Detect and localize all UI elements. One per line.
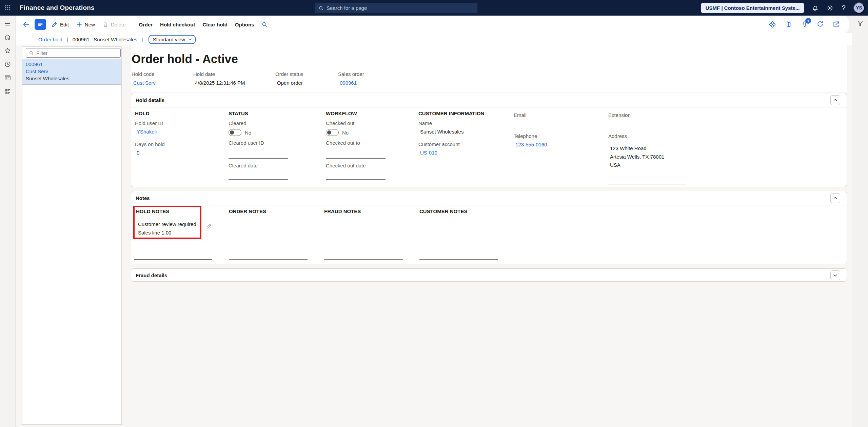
help-icon[interactable]: ? xyxy=(842,4,846,12)
hold-user-id-value[interactable]: YShakeli xyxy=(135,129,193,137)
cleared-user-id-field[interactable] xyxy=(229,148,288,159)
workspaces-icon[interactable] xyxy=(3,73,13,82)
delete-label: Delete xyxy=(111,22,125,27)
new-button[interactable]: New xyxy=(76,21,95,27)
open-in-new-icon[interactable] xyxy=(832,21,840,28)
expand-fraud-details-button[interactable] xyxy=(830,270,840,280)
email-field[interactable] xyxy=(514,120,576,129)
attachment-count-badge: 1 xyxy=(805,18,811,24)
fraud-notes-input-underline[interactable] xyxy=(324,259,403,260)
notes-title: Notes xyxy=(136,195,150,201)
edit-note-pencil-icon[interactable] xyxy=(206,223,212,230)
extension-field[interactable] xyxy=(608,120,646,129)
fraud-notes-column: FRAUD NOTES xyxy=(324,208,361,214)
days-on-hold-label: Days on hold xyxy=(135,141,193,147)
chevron-down-icon xyxy=(188,37,192,42)
status-group: STATUS Cleared No Cleared user ID Cleare… xyxy=(229,110,288,180)
checked-out-toggle[interactable] xyxy=(326,129,339,136)
plus-icon xyxy=(76,21,82,27)
menu-hold-checkout[interactable]: Hold checkout xyxy=(160,22,195,27)
record-actions: Edit New Delete xyxy=(52,21,125,27)
menu-order[interactable]: Order xyxy=(139,22,153,27)
office-apps-icon[interactable] xyxy=(785,21,792,28)
hamburger-icon[interactable] xyxy=(3,19,13,28)
list-item-customer: Sunset Wholesales xyxy=(26,75,118,82)
checked-out-toggle-row: No xyxy=(326,129,386,136)
trash-icon xyxy=(102,21,108,27)
hold-user-id-label: Hold user ID xyxy=(135,120,193,126)
checked-out-to-field[interactable] xyxy=(326,148,386,159)
checked-out-to-label: Checked out to xyxy=(326,140,386,146)
contact-group: Email Telephone 123-555-0160 xyxy=(514,110,576,150)
order-hold-form: Order hold - Active Hold code Cust Serv … xyxy=(131,45,847,282)
order-notes-column: ORDER NOTES xyxy=(229,208,266,214)
address-line-3: USA xyxy=(610,161,686,169)
gear-icon[interactable] xyxy=(827,4,834,12)
clock-icon[interactable] xyxy=(3,59,13,69)
hold-notes-text[interactable]: Customer review required. Sales line 1.0… xyxy=(138,220,198,237)
hold-notes-header: HOLD NOTES xyxy=(136,208,198,214)
star-icon[interactable] xyxy=(3,46,13,55)
back-arrow-icon[interactable] xyxy=(22,21,30,28)
cleared-date-field[interactable] xyxy=(229,171,288,180)
toolbar-search-icon[interactable] xyxy=(261,21,268,28)
hold-date-value[interactable]: 4/8/2025 12:31:46 PM xyxy=(193,80,267,88)
delete-button[interactable]: Delete xyxy=(102,21,125,27)
form-header: Order hold - Active Hold code Cust Serv … xyxy=(131,45,847,92)
modules-icon[interactable] xyxy=(3,86,13,96)
breadcrumb: Order hold | 000961 : Sunset Wholesales … xyxy=(16,33,852,45)
hold-code-field: Hold code Cust Serv xyxy=(132,71,189,88)
global-search-input[interactable] xyxy=(327,5,474,11)
collapse-hold-details-button[interactable] xyxy=(830,95,840,105)
hold-code-value[interactable]: Cust Serv xyxy=(132,80,189,88)
email-label: Email xyxy=(514,112,576,118)
refresh-icon[interactable] xyxy=(816,21,824,28)
breadcrumb-page-link[interactable]: Order hold xyxy=(38,37,62,42)
section-divider xyxy=(131,107,847,107)
cleared-date-label: Cleared date xyxy=(229,163,288,168)
order-status-field: Order status Open order xyxy=(275,71,331,88)
app-title: Finance and Operations xyxy=(20,4,95,12)
checked-out-date-field[interactable] xyxy=(326,171,386,180)
app-shell: Edit New Delete Order Hold checkout Cl xyxy=(0,16,868,427)
right-rail xyxy=(852,16,868,427)
telephone-value[interactable]: 123-555-0160 xyxy=(514,142,571,150)
notes-section: Notes HOLD NOTES Customer review require… xyxy=(131,191,847,264)
page-title: Order hold - Active xyxy=(132,52,841,66)
order-status-value[interactable]: Open order xyxy=(275,80,331,88)
paperclip-icon[interactable]: 1 xyxy=(801,21,808,28)
power-apps-icon[interactable] xyxy=(769,21,776,28)
environment-picker[interactable]: USMF | Contoso Entertainment Syste... xyxy=(701,3,804,13)
sales-order-field: Sales order 000961 xyxy=(338,71,394,88)
bell-icon[interactable] xyxy=(812,4,819,12)
waffle-icon[interactable] xyxy=(0,0,16,16)
cleared-user-id-label: Cleared user ID xyxy=(229,140,288,146)
fraud-notes-header: FRAUD NOTES xyxy=(324,208,361,214)
home-icon[interactable] xyxy=(3,32,13,42)
menu-options[interactable]: Options xyxy=(235,22,254,27)
cleared-toggle[interactable] xyxy=(229,129,241,136)
global-search[interactable] xyxy=(315,3,477,13)
customer-account-value[interactable]: US-010 xyxy=(418,150,477,158)
view-selector[interactable]: Standard view xyxy=(149,35,196,44)
filter-funnel-icon[interactable] xyxy=(856,20,864,27)
menu-clear-hold[interactable]: Clear hold xyxy=(202,22,227,27)
hold-group-header: HOLD xyxy=(135,110,193,116)
address-field-underline[interactable] xyxy=(608,179,686,184)
left-nav-rail xyxy=(0,16,16,427)
days-on-hold-value[interactable]: 0 xyxy=(135,150,172,158)
address-value: 123 White Road Artesia Wells, TX 78001 U… xyxy=(608,144,686,169)
hold-notes-input-underline[interactable] xyxy=(134,259,212,260)
filter-input[interactable] xyxy=(36,50,118,56)
edit-button[interactable]: Edit xyxy=(52,21,69,27)
list-item[interactable]: 000961 Cust Serv Sunset Wholesales xyxy=(22,59,121,85)
customer-name-value[interactable]: Sunset Wholesales xyxy=(418,129,497,137)
filter-field[interactable] xyxy=(26,48,121,58)
sales-order-value[interactable]: 000961 xyxy=(338,80,394,88)
list-item-hold-code: Cust Serv xyxy=(26,68,118,75)
customer-notes-input-underline[interactable] xyxy=(419,259,498,260)
collapse-notes-button[interactable] xyxy=(830,193,840,203)
avatar[interactable]: YS xyxy=(853,2,865,14)
order-notes-input-underline[interactable] xyxy=(229,259,308,260)
list-menu-icon[interactable] xyxy=(35,19,46,30)
